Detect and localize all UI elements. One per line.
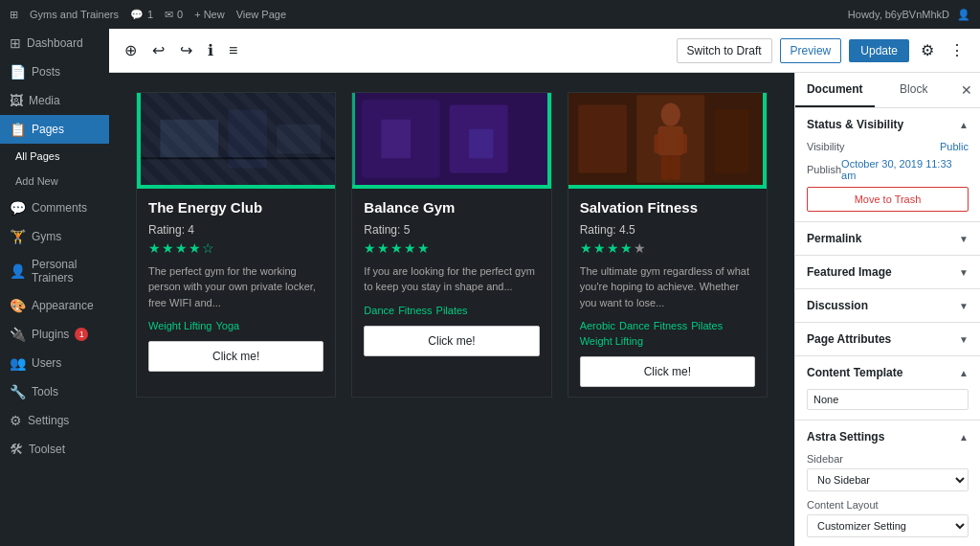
svg-rect-12 xyxy=(578,104,627,172)
discussion-section: Discussion ▼ xyxy=(795,289,980,323)
sidebar-item-add-new[interactable]: Add New xyxy=(0,169,109,193)
card-1-tag-0[interactable]: Weight Lifting xyxy=(148,320,212,331)
card-3-tag-3[interactable]: Pilates xyxy=(691,320,723,331)
settings-toggle-button[interactable]: ⚙ xyxy=(917,37,938,63)
sidebar-item-posts[interactable]: 📄 Posts xyxy=(0,57,109,86)
svg-rect-3 xyxy=(277,125,321,153)
card-2-tag-0[interactable]: Dance xyxy=(364,305,394,316)
content-template-input[interactable] xyxy=(807,389,969,410)
redo-button[interactable]: ↪ xyxy=(176,37,196,63)
page-attributes-chevron-icon: ▼ xyxy=(959,334,969,345)
permalink-chevron-icon: ▼ xyxy=(959,234,969,244)
sidebar-item-media[interactable]: 🖼 Media xyxy=(0,86,109,115)
panel-close-button[interactable]: ✕ xyxy=(953,73,980,107)
sidebar-item-appearance[interactable]: 🎨 Appearance xyxy=(0,291,109,320)
page-attributes-header[interactable]: Page Attributes ▼ xyxy=(795,323,980,355)
card-3-tag-1[interactable]: Dance xyxy=(619,320,650,331)
content-template-chevron-icon: ▲ xyxy=(959,368,969,378)
featured-image-section: Featured Image ▼ xyxy=(795,256,980,289)
sidebar-item-personal-trainers[interactable]: 👤 Personal Trainers xyxy=(0,251,109,291)
sidebar-item-plugins[interactable]: 🔌 Plugins 1 xyxy=(0,320,109,349)
info-button[interactable]: ℹ xyxy=(204,37,217,63)
card-2-tag-1[interactable]: Fitness xyxy=(398,305,432,316)
discussion-header[interactable]: Discussion ▼ xyxy=(795,289,980,322)
svg-rect-10 xyxy=(352,93,355,185)
tools-icon: 🔧 xyxy=(10,384,26,399)
right-panel: Document Block ✕ Status & Visibility ▲ V… xyxy=(794,73,980,546)
card-1-tags: Weight Lifting Yoga xyxy=(148,320,323,331)
card-3-image xyxy=(568,93,767,189)
card-2-title: Balance Gym xyxy=(364,198,539,217)
status-visibility-header[interactable]: Status & Visibility ▲ xyxy=(795,108,980,141)
card-2-button[interactable]: Click me! xyxy=(364,326,539,356)
switch-draft-button[interactable]: Switch to Draft xyxy=(677,38,772,63)
visibility-value[interactable]: Public xyxy=(940,141,969,152)
user-avatar-icon[interactable]: 👤 xyxy=(957,9,970,21)
undo-button[interactable]: ↩ xyxy=(148,37,168,63)
sidebar-item-users[interactable]: 👥 Users xyxy=(0,349,109,377)
publish-value[interactable]: October 30, 2019 11:33 am xyxy=(841,158,969,181)
tab-block[interactable]: Block xyxy=(875,73,954,107)
card-3-button[interactable]: Click me! xyxy=(580,356,755,387)
card-2-tag-2[interactable]: Pilates xyxy=(436,305,468,316)
content-layout-select[interactable]: Customizer Setting Full Width / Containe… xyxy=(807,514,969,537)
new-admin[interactable]: + New xyxy=(194,9,225,20)
update-button[interactable]: Update xyxy=(849,39,909,62)
sidebar-item-settings[interactable]: ⚙ Settings xyxy=(0,406,109,435)
card-3-tag-2[interactable]: Fitness xyxy=(654,320,687,331)
admin-bar: ⊞ Gyms and Trainers 💬 1 ✉ 0 + New View P… xyxy=(0,0,980,29)
sidebar-item-dashboard[interactable]: ⊞ Dashboard xyxy=(0,29,109,57)
card-1-desc: The perfect gym for the working person w… xyxy=(148,263,323,311)
gym-card-2: Balance Gym Rating: 5 ★★★★★ If you are l… xyxy=(351,92,551,398)
featured-image-chevron-icon: ▼ xyxy=(959,267,969,278)
site-name-admin[interactable]: Gyms and Trainers xyxy=(30,9,119,20)
card-1-tag-1[interactable]: Yoga xyxy=(215,320,239,331)
posts-icon: 📄 xyxy=(10,64,26,80)
content-template-section: Content Template ▲ xyxy=(795,356,980,421)
svg-rect-19 xyxy=(670,155,679,179)
comment-icon: 💬 xyxy=(130,9,144,21)
card-1-stars: ★★★★☆ xyxy=(148,240,323,256)
sidebar-item-comments[interactable]: 💬 Comments xyxy=(0,193,109,222)
card-2-stars: ★★★★★ xyxy=(364,240,539,256)
card-1-button[interactable]: Click me! xyxy=(148,341,323,372)
message-count-admin[interactable]: ✉ 0 xyxy=(165,9,183,21)
permalink-header[interactable]: Permalink ▼ xyxy=(795,222,980,255)
users-icon: 👥 xyxy=(10,355,26,371)
view-page-admin[interactable]: View Page xyxy=(236,9,286,20)
discussion-chevron-icon: ▼ xyxy=(959,301,969,311)
svg-rect-2 xyxy=(228,110,267,169)
publish-label: Publish xyxy=(807,164,841,175)
sidebar-item-tools[interactable]: 🔧 Tools xyxy=(0,377,109,406)
sidebar-item-pages[interactable]: 📋 Pages xyxy=(0,115,109,144)
plugins-badge: 1 xyxy=(75,328,88,341)
card-3-tag-4[interactable]: Weight Lifting xyxy=(580,335,643,347)
content-template-header[interactable]: Content Template ▲ xyxy=(795,356,980,389)
sidebar-item-toolset[interactable]: 🛠 Toolset xyxy=(0,435,109,464)
editor-canvas: The Energy Club Rating: 4 ★★★★☆ The perf… xyxy=(109,73,794,546)
svg-rect-16 xyxy=(654,134,663,153)
permalink-section: Permalink ▼ xyxy=(795,222,980,256)
move-to-trash-button[interactable]: Move to Trash xyxy=(807,187,969,212)
sidebar-select[interactable]: No Sidebar Left Sidebar Right Sidebar xyxy=(807,468,969,491)
astra-settings-header[interactable]: Astra Settings ▲ xyxy=(795,421,980,453)
card-3-stars: ★★★★★ xyxy=(580,240,755,256)
comment-count-admin[interactable]: 💬 1 xyxy=(130,9,153,21)
svg-rect-0 xyxy=(141,93,335,185)
featured-image-header[interactable]: Featured Image ▼ xyxy=(795,256,980,288)
wp-logo-admin[interactable]: ⊞ xyxy=(10,9,18,21)
dashboard-icon: ⊞ xyxy=(10,35,21,51)
card-1-rating: Rating: 4 xyxy=(148,223,323,237)
cards-row: The Energy Club Rating: 4 ★★★★☆ The perf… xyxy=(136,92,768,398)
svg-rect-18 xyxy=(660,155,670,179)
howdy-label: Howdy, b6yBVnMhkD xyxy=(848,9,949,20)
add-block-button[interactable]: ⊕ xyxy=(121,37,141,63)
preview-button[interactable]: Preview xyxy=(780,38,842,63)
card-3-tag-0[interactable]: Aerobic xyxy=(580,320,615,331)
tab-document[interactable]: Document xyxy=(795,73,875,107)
menu-button[interactable]: ≡ xyxy=(225,38,241,63)
sidebar-item-gyms[interactable]: 🏋 Gyms xyxy=(0,222,109,251)
topbar: ⊕ ↩ ↪ ℹ ≡ Switch to Draft Preview Update… xyxy=(109,29,980,73)
more-options-button[interactable]: ⋮ xyxy=(946,37,969,63)
sidebar-item-all-pages[interactable]: All Pages xyxy=(0,144,109,169)
